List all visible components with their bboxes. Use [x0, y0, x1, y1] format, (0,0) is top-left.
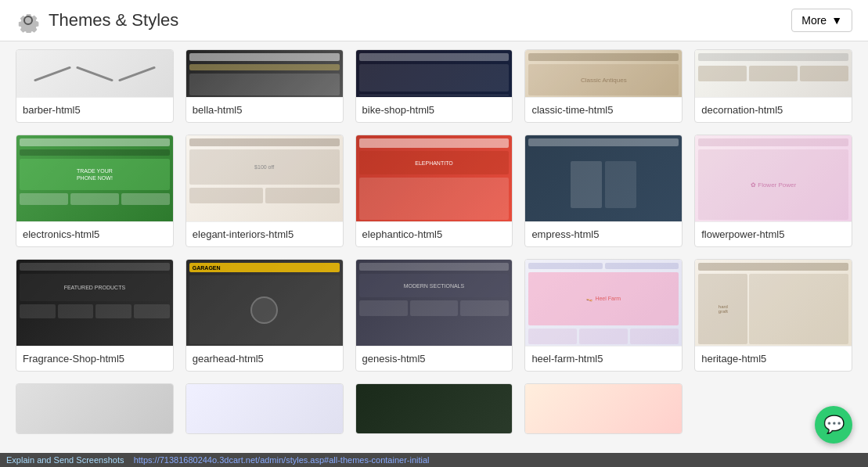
- theme-card-fragrance-shop[interactable]: FEATURED PRODUCTS Fragrance-Shop-html5: [16, 259, 174, 372]
- status-bar: Explain and Send Screenshots https://713…: [0, 453, 868, 467]
- theme-card-partial-1[interactable]: [16, 383, 174, 434]
- theme-card-classic-time[interactable]: Classic Antiques classic-time-html5: [524, 49, 683, 123]
- theme-card-flowerpower[interactable]: ✿ Flower Power flowerpower-html5: [694, 135, 852, 247]
- theme-card-gearhead[interactable]: GARAGEN gearhead-html5: [185, 259, 344, 372]
- page-title: Themes & Styles: [49, 10, 178, 31]
- theme-thumbnail: [186, 50, 343, 97]
- theme-thumbnail: [695, 50, 852, 97]
- theme-card-bella[interactable]: bella-html5: [185, 49, 344, 123]
- theme-card-electronics[interactable]: TRADE YOURPHONE NOW! electronics-html5: [16, 135, 174, 247]
- theme-name: electronics-html5: [16, 221, 173, 246]
- chat-icon: 💬: [823, 415, 845, 435]
- main-content: barber-html5 bella-html5: [0, 41, 868, 464]
- theme-name: heel-farm-html5: [525, 346, 682, 371]
- theme-name: bike-shop-html5: [356, 97, 513, 122]
- theme-thumbnail: Classic Antiques: [525, 50, 682, 97]
- theme-name: genesis-html5: [356, 346, 513, 371]
- theme-thumbnail: hardgraft: [695, 260, 852, 346]
- themes-grid: barber-html5 bella-html5: [16, 49, 852, 372]
- header-left: Themes & Styles: [16, 8, 178, 33]
- theme-name: Fragrance-Shop-html5: [16, 346, 173, 371]
- header: Themes & Styles More ▼: [0, 0, 868, 41]
- theme-thumbnail: [356, 50, 513, 97]
- theme-thumbnail: ✿ Flower Power: [695, 135, 852, 221]
- app-container: Themes & Styles More ▼ barber-html5: [0, 0, 868, 467]
- theme-card-barber[interactable]: barber-html5: [16, 49, 174, 123]
- theme-thumbnail: ELEPHANTITO: [356, 135, 513, 221]
- chevron-down-icon: ▼: [831, 14, 842, 27]
- theme-card-partial-2[interactable]: [185, 383, 344, 434]
- gear-icon: [16, 8, 41, 33]
- theme-thumbnail: $100 off: [186, 135, 343, 221]
- theme-name: bella-html5: [186, 97, 343, 122]
- theme-name: decornation-html5: [695, 97, 852, 122]
- theme-name: barber-html5: [16, 97, 173, 122]
- theme-name: elephantico-html5: [356, 221, 513, 246]
- theme-thumbnail: 👡 Heel Farm: [525, 260, 682, 346]
- theme-card-genesis[interactable]: MODERN SECTIONALS genesis-html5: [355, 259, 513, 372]
- theme-thumbnail: FEATURED PRODUCTS: [16, 260, 173, 346]
- theme-name: empress-html5: [525, 221, 682, 246]
- theme-card-elegant-interiors[interactable]: $100 off elegant-interiors-html5: [185, 135, 344, 247]
- status-url: https://71381680244o.3dcart.net/admin/st…: [134, 455, 430, 465]
- theme-name: elegant-interiors-html5: [186, 221, 343, 246]
- theme-name: heritage-html5: [695, 346, 852, 371]
- theme-card-decornation[interactable]: decornation-html5: [694, 49, 852, 123]
- theme-name: flowerpower-html5: [695, 221, 852, 246]
- theme-card-heel-farm[interactable]: 👡 Heel Farm heel-farm-html5: [524, 259, 683, 372]
- chat-button[interactable]: 💬: [815, 406, 852, 444]
- status-text: Explain and Send Screenshots: [6, 455, 124, 465]
- theme-card-heritage[interactable]: hardgraft heritage-html5: [694, 259, 852, 372]
- theme-card-elephantico[interactable]: ELEPHANTITO elephantico-html5: [355, 135, 513, 247]
- theme-thumbnail: TRADE YOURPHONE NOW!: [16, 135, 173, 221]
- theme-card-empress[interactable]: empress-html5: [524, 135, 683, 247]
- theme-card-partial-3[interactable]: [355, 383, 513, 434]
- theme-card-bike-shop[interactable]: bike-shop-html5: [355, 49, 513, 123]
- theme-thumbnail: GARAGEN: [186, 260, 343, 346]
- theme-name: classic-time-html5: [525, 97, 682, 122]
- more-button[interactable]: More ▼: [791, 9, 852, 32]
- theme-thumbnail: [525, 135, 682, 221]
- theme-thumbnail: MODERN SECTIONALS: [356, 260, 513, 346]
- theme-thumbnail: [16, 50, 173, 97]
- theme-name: gearhead-html5: [186, 346, 343, 371]
- theme-card-partial-4[interactable]: [524, 383, 683, 434]
